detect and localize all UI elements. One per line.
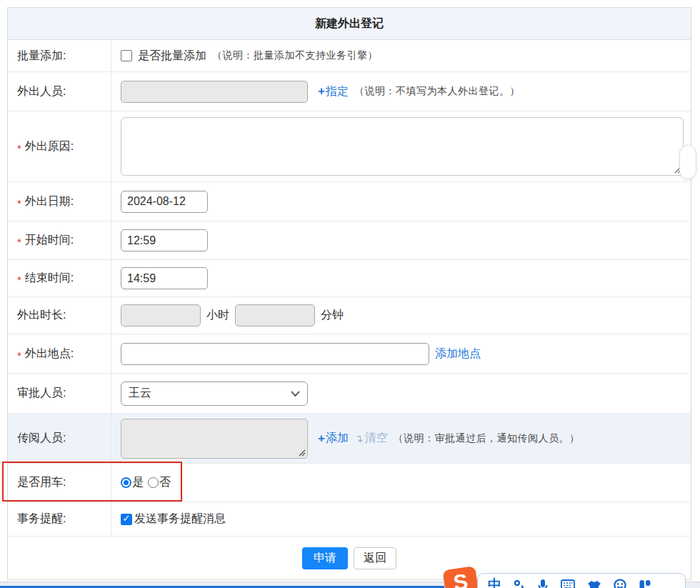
date-label: 外出日期: [25,194,74,209]
ime-tray: 中 [477,573,686,588]
assign-person-link[interactable]: +指定 [318,84,349,99]
reminder-checkbox-label: 发送事务提醒消息 [134,512,226,527]
duration-hours-input[interactable] [121,304,201,327]
plus-icon: + [318,84,325,99]
row-end-time: * 结束时间: [8,260,691,297]
emoji-icon[interactable] [614,579,626,588]
required-mark: * [17,236,21,248]
toolbox-icon[interactable] [639,579,651,588]
row-cc: 传阅人员: +添加 ↴清空 （说明：审批通过后，通知传阅人员。） [8,414,691,464]
cc-textarea[interactable] [121,419,308,459]
batch-add-checkbox-label: 是否批量添加 [138,49,206,64]
chinese-mode-icon[interactable]: 中 [488,576,501,588]
outing-registration-form: 新建外出登记 批量添加: 是否批量添加 （说明：批量添加不支持业务引擎） 外出人… [7,7,691,580]
required-mark: * [17,274,21,286]
cc-label: 传阅人员: [17,431,66,446]
reminder-checkbox[interactable] [121,514,132,525]
date-input[interactable] [121,191,208,213]
plus-icon: + [318,432,325,446]
batch-add-label: 批量添加: [17,49,66,64]
hours-unit-label: 小时 [206,308,229,323]
clear-arrow-icon: ↴ [354,432,364,445]
row-person: 外出人员: +指定 （说明：不填写为本人外出登记。） [8,72,691,111]
cc-clear-link[interactable]: ↴清空 [354,431,388,446]
cc-add-link[interactable]: +添加 [318,431,349,446]
required-mark: * [17,197,21,209]
reason-textarea[interactable] [121,117,684,176]
row-start-time: * 开始时间: [8,221,691,260]
start-time-input[interactable] [121,229,208,251]
use-car-radio-group: 是 否 [121,475,171,490]
row-reason: * 外出原因: [8,111,691,182]
person-input[interactable] [121,81,308,103]
cc-note: （说明：审批通过后，通知传阅人员。） [394,432,580,445]
row-batch-add: 批量添加: 是否批量添加 （说明：批量添加不支持业务引擎） [8,40,691,72]
ime-toolbar: S 中 [444,567,691,588]
keyboard-icon[interactable] [561,579,575,588]
approver-selected-value: 王云 [129,386,151,401]
back-button[interactable]: 返回 [354,547,396,569]
required-mark: * [17,349,21,362]
row-date: * 外出日期: [8,182,691,221]
chevron-down-icon [291,387,300,400]
radio-selected-icon[interactable] [121,477,131,488]
row-location: * 外出地点: 添加地点 [8,334,691,374]
batch-add-note: （说明：批量添加不支持业务引擎） [212,49,378,62]
submit-button[interactable]: 申请 [302,547,348,569]
resize-grip-icon[interactable] [298,449,306,457]
radio-unselected-icon[interactable] [148,477,159,488]
duration-label: 外出时长: [17,308,66,323]
form-title: 新建外出登记 [8,8,691,40]
add-location-link[interactable]: 添加地点 [435,347,481,362]
duration-minutes-input[interactable] [235,304,315,327]
location-label: 外出地点: [25,347,74,362]
side-panel-handle[interactable] [679,145,696,179]
start-time-label: 开始时间: [25,233,74,248]
row-duration: 外出时长: 小时 分钟 [8,297,691,334]
use-car-label: 是否用车: [17,475,66,490]
voice-icon[interactable] [537,579,549,588]
row-reminder: 事务提醒: 发送事务提醒消息 [8,502,691,537]
approver-label: 审批人员: [17,386,66,401]
minutes-unit-label: 分钟 [321,308,344,323]
person-note: （说明：不填写为本人外出登记。） [354,85,520,98]
use-car-option-yes[interactable]: 是 [121,475,144,490]
end-time-input[interactable] [121,267,208,289]
required-mark: * [17,142,21,154]
row-use-car: 是否用车: 是 否 [8,464,691,502]
end-time-label: 结束时间: [25,271,74,286]
skin-icon[interactable] [587,579,601,588]
batch-add-checkbox[interactable] [121,50,132,61]
person-label: 外出人员: [17,84,66,99]
ime-logo[interactable]: S [442,566,479,588]
reminder-label: 事务提醒: [17,512,66,527]
reason-label: 外出原因: [25,139,74,154]
use-car-option-no[interactable]: 否 [148,475,171,490]
row-approver: 审批人员: 王云 [8,374,691,414]
location-input[interactable] [121,343,429,365]
punctuation-icon[interactable] [514,579,525,588]
approver-select[interactable]: 王云 [121,382,308,406]
